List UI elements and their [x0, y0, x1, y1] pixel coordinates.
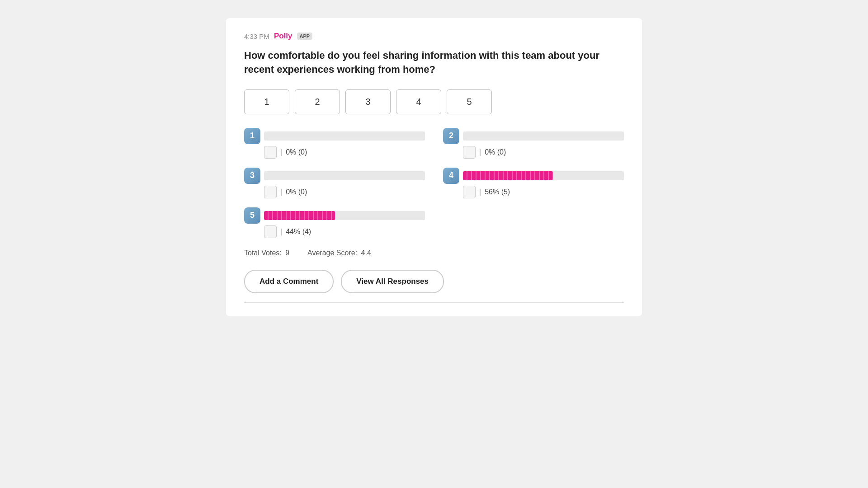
- rating-button-5[interactable]: 5: [447, 89, 492, 114]
- divider: [244, 302, 624, 303]
- bar-track-3: [264, 171, 425, 180]
- total-votes-label: Total Votes: 9: [244, 249, 289, 257]
- result-bar-row-5: 5: [244, 207, 425, 224]
- result-stat-3: 0% (0): [286, 188, 307, 196]
- result-bar-row-1: 1: [244, 128, 425, 144]
- average-score-label: Average Score: 4.4: [307, 249, 371, 257]
- result-checkbox-1: [264, 146, 277, 159]
- total-votes-value: 9: [285, 249, 289, 257]
- result-label-row-3: | 0% (0): [244, 186, 425, 198]
- result-item-2: 2 | 0% (0): [443, 128, 624, 159]
- bar-fill-4: [463, 171, 553, 180]
- result-item-3: 3 | 0% (0): [244, 168, 425, 198]
- question-text: How comfortable do you feel sharing info…: [244, 49, 624, 77]
- view-responses-button[interactable]: View All Responses: [341, 270, 444, 293]
- result-label-row-1: | 0% (0): [244, 146, 425, 159]
- rating-button-3[interactable]: 3: [345, 89, 391, 114]
- action-buttons: Add a Comment View All Responses: [244, 270, 624, 293]
- bar-track-2: [463, 131, 624, 141]
- summary-row: Total Votes: 9 Average Score: 4.4: [244, 249, 624, 257]
- result-bar-row-4: 4: [443, 168, 624, 184]
- result-label-row-4: | 56% (5): [443, 186, 624, 198]
- result-stat-5: 44% (4): [286, 228, 311, 236]
- bar-track-4: [463, 171, 624, 180]
- add-comment-button[interactable]: Add a Comment: [244, 270, 334, 293]
- app-name: Polly: [274, 32, 292, 41]
- result-checkbox-5: [264, 225, 277, 238]
- result-item-4: 4 | 56% (5): [443, 168, 624, 198]
- result-bar-row-3: 3: [244, 168, 425, 184]
- result-checkbox-3: [264, 186, 277, 198]
- result-stat-4: 56% (5): [485, 188, 510, 196]
- results-grid: 1 | 0% (0) 2: [244, 128, 624, 238]
- result-label-row-2: | 0% (0): [443, 146, 624, 159]
- result-bar-row-2: 2: [443, 128, 624, 144]
- rating-button-2[interactable]: 2: [295, 89, 340, 114]
- bar-fill-5: [264, 211, 335, 220]
- result-item-5: 5 | 44% (4): [244, 207, 425, 238]
- bar-track-1: [264, 131, 425, 141]
- result-label-row-5: | 44% (4): [244, 225, 425, 238]
- result-checkbox-4: [463, 186, 476, 198]
- rating-button-4[interactable]: 4: [396, 89, 441, 114]
- result-badge-1: 1: [244, 128, 260, 144]
- result-stat-1: 0% (0): [286, 148, 307, 156]
- result-stat-2: 0% (0): [485, 148, 506, 156]
- result-badge-2: 2: [443, 128, 459, 144]
- result-checkbox-2: [463, 146, 476, 159]
- result-badge-4: 4: [443, 168, 459, 184]
- bar-track-5: [264, 211, 425, 220]
- timestamp: 4:33 PM: [244, 33, 269, 40]
- average-score-value: 4.4: [361, 249, 371, 257]
- rating-buttons: 1 2 3 4 5: [244, 89, 624, 114]
- rating-button-1[interactable]: 1: [244, 89, 289, 114]
- result-badge-5: 5: [244, 207, 260, 224]
- app-badge: APP: [297, 33, 313, 40]
- result-item-1: 1 | 0% (0): [244, 128, 425, 159]
- result-badge-3: 3: [244, 168, 260, 184]
- header-row: 4:33 PM Polly APP: [244, 32, 624, 41]
